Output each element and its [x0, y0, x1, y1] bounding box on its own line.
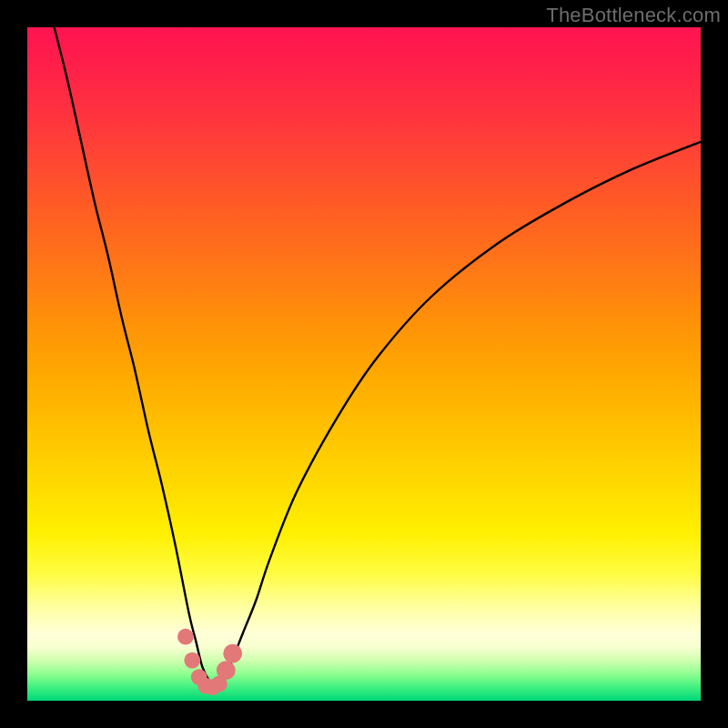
data-point-marker: [217, 661, 236, 680]
plot-area: [27, 27, 701, 701]
marker-group: [177, 629, 242, 695]
bottleneck-curve: [55, 27, 701, 687]
data-point-marker: [184, 652, 200, 669]
chart-svg: [27, 27, 701, 701]
data-point-marker: [177, 629, 194, 645]
data-point-marker: [223, 644, 242, 663]
watermark-text: TheBottleneck.com: [546, 4, 721, 27]
chart-frame: TheBottleneck.com: [0, 0, 728, 728]
